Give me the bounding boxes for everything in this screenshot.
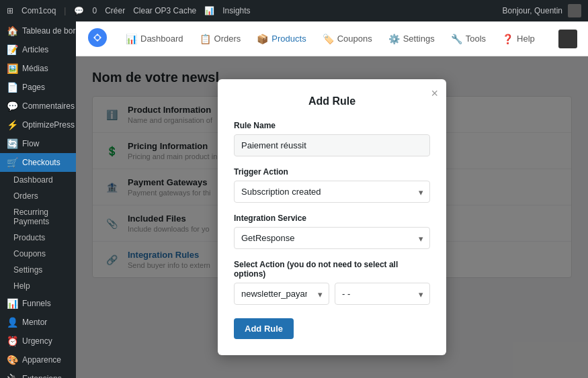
sub-nav-settings[interactable]: Settings: [0, 262, 76, 278]
sidebar-item-label: Médias: [22, 64, 48, 73]
select-action-1[interactable]: newsletter_payante newsletter_gratuite: [234, 283, 329, 305]
sub-nav-orders[interactable]: Orders: [0, 188, 76, 204]
nav-item-tools[interactable]: 🔧 Tools: [444, 30, 493, 48]
sidebar-item-label: Flow: [22, 139, 39, 148]
funnels-icon: 📊: [7, 298, 18, 309]
nav-item-label: Coupons: [337, 34, 372, 44]
stats-label[interactable]: Insights: [222, 6, 250, 15]
avatar-icon: [568, 4, 581, 17]
svg-point-1: [95, 36, 99, 40]
site-name[interactable]: Com1coq: [22, 6, 56, 15]
pages-icon: 📄: [7, 82, 18, 93]
comments-icon: 💬: [74, 6, 84, 15]
add-rule-button[interactable]: Add Rule: [234, 318, 294, 339]
sidebar-item-urgency[interactable]: ⏰ Urgency: [0, 332, 76, 350]
checkouts-icon: 🛒: [7, 157, 18, 168]
flow-icon: 🔄: [7, 138, 18, 149]
sidebar-item-label: Commentaires: [22, 101, 75, 111]
user-avatar-nav: [558, 30, 577, 48]
integration-service-select[interactable]: GetResponse Mailchimp ActiveCampaign: [234, 227, 430, 249]
select-action-1-wrapper: newsletter_payante newsletter_gratuite: [234, 283, 329, 305]
admin-bar-left: ⊞ Com1coq | 💬 0 Créer Clear OP3 Cache 📊 …: [7, 6, 495, 15]
modal-close-button[interactable]: ×: [431, 87, 438, 99]
nav-item-dashboard[interactable]: 📊 Dashboard: [119, 30, 190, 48]
rule-name-input[interactable]: [234, 134, 430, 156]
user-greeting[interactable]: Bonjour, Quentin: [503, 6, 562, 15]
urgency-icon: ⏰: [7, 336, 18, 346]
sidebar-item-label: OptimizePress: [22, 120, 75, 130]
trigger-action-group: Trigger Action Subscription created Paym…: [234, 167, 430, 203]
sidebar-item-label: Pages: [22, 83, 45, 92]
settings-nav-icon: ⚙️: [388, 34, 400, 44]
admin-bar: ⊞ Com1coq | 💬 0 Créer Clear OP3 Cache 📊 …: [0, 0, 588, 21]
nav-item-label: Help: [517, 34, 535, 44]
sub-nav-recurring[interactable]: Recurring Payments: [0, 204, 76, 230]
plugin-logo: [87, 27, 108, 50]
integration-service-group: Integration Service GetResponse Mailchim…: [234, 214, 430, 249]
sidebar-item-label: Funnels: [22, 299, 51, 308]
mentor-icon: 👤: [7, 317, 18, 328]
sidebar-item-checkouts[interactable]: 🛒 Checkouts: [0, 153, 76, 172]
op3-label[interactable]: Clear OP3 Cache: [133, 6, 196, 15]
sidebar-item-flow[interactable]: 🔄 Flow: [0, 134, 76, 153]
wp-logo-icon: ⊞: [7, 6, 13, 15]
integration-service-select-wrapper: GetResponse Mailchimp ActiveCampaign: [234, 227, 430, 249]
extensions-icon: 🔌: [7, 373, 18, 378]
sidebar-item-extensions[interactable]: 🔌 Extensions: [0, 369, 76, 378]
sidebar-item-articles[interactable]: 📝 Articles: [0, 40, 76, 59]
sidebar-item-commentaires[interactable]: 💬 Commentaires: [0, 97, 76, 115]
sidebar-item-mentor[interactable]: 👤 Mentor: [0, 313, 76, 332]
sidebar: 🏠 Tableau de bord 📝 Articles 🖼️ Médias 📄…: [0, 21, 76, 378]
nav-item-label: Orders: [214, 34, 241, 44]
nav-item-help[interactable]: ❓ Help: [495, 30, 542, 48]
sidebar-item-funnels[interactable]: 📊 Funnels: [0, 294, 76, 313]
sub-nav-products[interactable]: Products: [0, 230, 76, 246]
sidebar-item-label: Mentor: [22, 318, 47, 327]
sidebar-item-apparence[interactable]: 🎨 Apparence: [0, 350, 76, 369]
nav-item-orders[interactable]: 📋 Orders: [193, 30, 248, 48]
trigger-action-select[interactable]: Subscription created Payment success Pay…: [234, 181, 430, 203]
page-content: Nom de votre newsl ℹ️ Product Informatio…: [76, 56, 588, 378]
select-action-label: Select Action (you do not need to select…: [234, 260, 430, 279]
trigger-action-select-wrapper: Subscription created Payment success Pay…: [234, 181, 430, 203]
nav-item-label: Dashboard: [140, 34, 183, 44]
admin-bar-right: Bonjour, Quentin: [503, 4, 581, 17]
select-action-row: newsletter_payante newsletter_gratuite -…: [234, 283, 430, 305]
add-rule-modal: × Add Rule Rule Name Trigger Action Subs…: [218, 79, 446, 355]
tools-nav-icon: 🔧: [451, 34, 462, 44]
nav-item-products[interactable]: 📦 Products: [250, 30, 312, 48]
select-action-2-wrapper: - - subscribe unsubscribe: [335, 283, 430, 305]
select-action-group: Select Action (you do not need to select…: [234, 260, 430, 305]
sidebar-item-medias[interactable]: 🖼️ Médias: [0, 59, 76, 78]
sub-nav-coupons[interactable]: Coupons: [0, 246, 76, 262]
sidebar-item-label: Checkouts: [22, 158, 60, 167]
nav-item-coupons[interactable]: 🏷️ Coupons: [316, 30, 379, 48]
select-action-2[interactable]: - - subscribe unsubscribe: [335, 283, 430, 305]
nav-item-label: Products: [271, 34, 306, 44]
sub-nav-help[interactable]: Help: [0, 278, 76, 294]
nav-item-settings[interactable]: ⚙️ Settings: [382, 30, 442, 48]
sidebar-item-pages[interactable]: 📄 Pages: [0, 78, 76, 97]
sidebar-item-tableau-de-bord[interactable]: 🏠 Tableau de bord: [0, 21, 76, 40]
create-label[interactable]: Créer: [105, 6, 125, 15]
sidebar-item-optimizepress[interactable]: ⚡ OptimizePress: [0, 115, 76, 134]
sidebar-item-label: Tableau de bord: [22, 26, 76, 36]
help-nav-icon: ❓: [502, 34, 513, 44]
sidebar-item-label: Articles: [22, 45, 48, 54]
sub-nav-dashboard[interactable]: Dashboard: [0, 172, 76, 188]
home-icon: 🏠: [7, 26, 18, 36]
comments-icon: 💬: [7, 101, 18, 111]
optimizepress-icon: ⚡: [7, 120, 18, 130]
plugin-nav: 📊 Dashboard 📋 Orders 📦 Products 🏷️ Coupo…: [76, 21, 588, 56]
dashboard-nav-icon: 📊: [126, 34, 137, 44]
orders-nav-icon: 📋: [200, 34, 211, 44]
modal-title: Add Rule: [234, 95, 430, 107]
comments-badge: 0: [92, 6, 97, 15]
sidebar-item-label: Urgency: [22, 336, 52, 346]
nav-item-label: Tools: [466, 34, 486, 44]
sidebar-item-label: Extensions: [22, 374, 62, 378]
media-icon: 🖼️: [7, 63, 18, 74]
stats-icon: 📊: [204, 6, 214, 15]
nav-item-label: Settings: [403, 34, 435, 44]
main-layout: 🏠 Tableau de bord 📝 Articles 🖼️ Médias 📄…: [0, 21, 588, 378]
